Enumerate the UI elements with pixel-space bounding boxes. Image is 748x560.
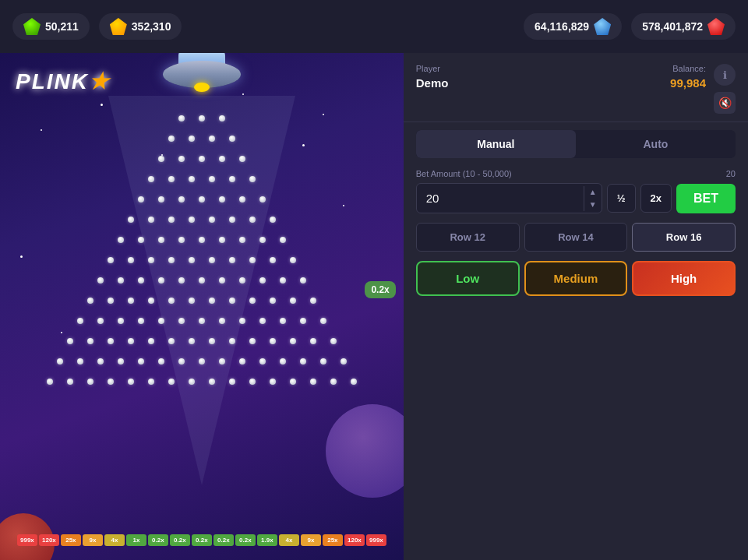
peg [330, 379, 337, 385]
ufo-light [194, 83, 210, 92]
peg [280, 277, 286, 284]
bet-button[interactable]: BET [676, 184, 736, 213]
spin-up-button[interactable]: ▲ [584, 186, 602, 199]
peg [340, 358, 347, 365]
stat-pill-2: 352,310 [99, 13, 182, 40]
ufo-body [163, 61, 241, 88]
peg [239, 318, 245, 324]
peg [300, 318, 306, 324]
risk-low-button[interactable]: Low [416, 261, 520, 296]
risk-high-button[interactable]: High [632, 261, 736, 296]
peg [108, 379, 114, 385]
peg [229, 298, 235, 304]
peg [270, 338, 276, 344]
double-button[interactable]: 2x [640, 184, 672, 213]
peg [128, 379, 134, 385]
stat3-value: 64,116,829 [535, 20, 589, 33]
peg-row-1 [30, 115, 373, 122]
gem-red-icon [707, 18, 725, 35]
peg [249, 298, 256, 304]
peg [178, 358, 185, 365]
peg [158, 358, 164, 365]
peg [270, 298, 276, 304]
peg [310, 338, 316, 344]
game-panel: PLINK★ [0, 53, 404, 560]
stat-pill-1: 50,211 [12, 13, 90, 40]
tab-auto[interactable]: Auto [576, 130, 736, 158]
peg [229, 136, 235, 142]
half-button[interactable]: ½ [607, 184, 636, 213]
peg-row-10 [30, 298, 373, 304]
peg [178, 237, 185, 243]
stat-pill-4: 578,401,872 [631, 13, 736, 40]
player-name: Demo [416, 76, 449, 90]
peg [330, 338, 337, 344]
peg [189, 136, 195, 142]
spin-down-button[interactable]: ▼ [584, 199, 602, 211]
mult-cell: 9x [83, 534, 103, 546]
peg [118, 358, 124, 365]
peg [189, 176, 195, 182]
mult-cell: 1x [126, 534, 146, 546]
peg [108, 298, 114, 304]
peg [67, 338, 73, 344]
peg [239, 196, 245, 203]
mult-cell: 0.2x [213, 534, 234, 546]
peg [168, 338, 175, 344]
peg [249, 176, 256, 182]
peg [138, 277, 144, 284]
peg [128, 298, 134, 304]
bet-input-wrap: ▲ ▼ [416, 183, 602, 213]
peg [138, 196, 144, 203]
peg [47, 379, 53, 385]
peg [128, 338, 134, 344]
risk-medium-button[interactable]: Medium [524, 261, 628, 296]
player-info: Player Demo [416, 64, 449, 90]
info-button[interactable]: ℹ [714, 64, 736, 86]
peg [97, 358, 104, 365]
peg [199, 237, 205, 243]
peg [229, 379, 235, 385]
risk-selector: Low Medium High [404, 261, 748, 305]
top-bar-right: 64,116,829 578,401,872 [524, 13, 736, 40]
header-icons: ℹ 🔇 [714, 64, 736, 114]
row-selector: Row 12 Row 14 Row 16 [404, 223, 748, 261]
gem-orange-icon [110, 18, 127, 35]
peg [229, 257, 235, 263]
stat1-value: 50,211 [45, 20, 79, 33]
row-14-button[interactable]: Row 14 [524, 223, 628, 252]
player-label: Player [416, 64, 449, 73]
mult-cell: 0.2x [192, 534, 212, 546]
planet-purple [326, 404, 404, 498]
logo-accent: ★ [89, 69, 110, 93]
peg [300, 277, 306, 284]
peg [280, 237, 286, 243]
peg-row-14 [30, 379, 373, 385]
peg [118, 237, 124, 243]
plinko-logo: PLINK★ [16, 69, 110, 94]
peg [148, 176, 154, 182]
peg [118, 318, 124, 324]
mult-cell: 999x [17, 534, 37, 546]
peg [219, 237, 225, 243]
peg [310, 379, 316, 385]
peg [108, 257, 114, 263]
peg [138, 237, 144, 243]
peg [249, 257, 256, 263]
peg-row-11 [30, 318, 373, 324]
peg [87, 338, 94, 344]
bet-amount-input[interactable] [417, 184, 584, 213]
peg [259, 237, 266, 243]
bet-spinners: ▲ ▼ [584, 186, 602, 211]
peg [168, 217, 175, 223]
peg [168, 379, 175, 385]
peg [189, 257, 195, 263]
mult-cell: 9x [301, 534, 321, 546]
row-16-button[interactable]: Row 16 [632, 223, 736, 252]
peg [148, 338, 154, 344]
peg [219, 115, 225, 122]
tab-manual[interactable]: Manual [416, 130, 576, 158]
row-12-button[interactable]: Row 12 [416, 223, 520, 252]
peg [158, 156, 164, 162]
mute-button[interactable]: 🔇 [714, 92, 736, 114]
